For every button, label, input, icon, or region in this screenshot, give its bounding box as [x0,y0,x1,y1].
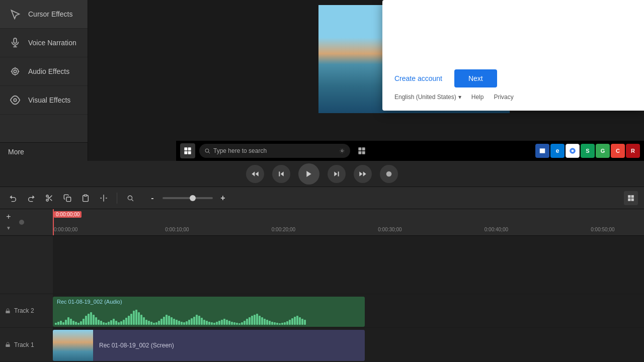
svg-rect-16 [362,151,365,154]
search-icon [127,195,134,202]
track2-name: Track 2 [14,307,34,314]
track-labels: + ▼ Track 2 Tra [0,209,53,362]
zoom-in-button[interactable]: + [216,191,230,205]
zoom-slider[interactable] [163,197,213,199]
sidebar-item-cursor-effects[interactable]: Cursor Effects [0,0,88,29]
create-account-link[interactable]: Create account [394,74,442,82]
sidebar-more-button[interactable]: More [0,142,88,161]
video-clip[interactable]: Rec 01-08-19_002 (Screen) [53,330,365,361]
files-app-icon[interactable] [535,144,549,158]
svg-marker-22 [281,171,284,176]
svg-rect-9 [188,151,191,154]
language-selector[interactable]: English (United States) ▾ [394,94,461,101]
svg-point-10 [205,149,209,152]
grid-view-button[interactable] [624,191,638,205]
editor-toolbar: - + [0,187,644,209]
record-icon [385,170,393,178]
sheets-icon[interactable]: S [581,144,595,158]
add-track-button[interactable]: + [4,212,14,222]
zoom-control[interactable]: - + [145,191,230,205]
sidebar-item-audio-effects[interactable]: Audio Effects [0,57,88,86]
preview-area: Create account Next English (United Stat… [88,0,644,161]
svg-rect-0 [14,38,17,43]
chrome-icon[interactable] [566,144,580,158]
playhead-timecode: 0:00:00;00 [54,211,82,218]
rewind-button[interactable] [246,165,264,183]
toolbar-right [624,191,638,205]
svg-rect-40 [631,195,634,198]
dialog-content [394,10,632,61]
taskbar-apps: e S G C R [535,144,640,158]
svg-rect-42 [631,198,634,201]
split-button[interactable] [97,191,111,205]
dialog-actions: Create account Next [394,69,497,87]
play-button[interactable] [298,163,319,185]
svg-marker-20 [256,171,259,176]
visual-icon [8,93,22,107]
sidebar-item-voice-narration[interactable]: Voice Narration [0,29,88,57]
audio-effects-label: Audio Effects [28,67,69,75]
microphone-icon [8,36,22,50]
search-button[interactable] [123,191,137,205]
app1-icon[interactable]: G [596,144,610,158]
svg-marker-27 [359,171,362,176]
svg-line-11 [208,152,210,153]
redo-button[interactable] [24,191,38,205]
empty-track-area [53,236,644,294]
dialog-footer: English (United States) ▾ Help Privacy [394,94,632,101]
record-button[interactable] [380,165,398,183]
rewind-icon [251,170,259,178]
step-forward-button[interactable] [328,165,346,183]
svg-rect-14 [362,147,365,150]
app3-icon[interactable]: R [626,144,640,158]
privacy-link[interactable]: Privacy [494,94,513,101]
audio-clip-label: Rec 01-08-19_002 (Audio) [57,299,122,305]
svg-marker-23 [306,171,311,177]
cursor-effects-label: Cursor Effects [28,10,72,18]
taskbar-search[interactable]: Type here to search [199,144,350,158]
timeline-ruler[interactable]: 0:00:00;00 0:00:00;00 0:00:10;00 0:00:20… [53,209,644,236]
svg-rect-7 [188,147,191,150]
google-account-dialog: Create account Next English (United Stat… [382,0,644,111]
more-label: More [8,148,24,156]
collapse-button[interactable]: ▼ [4,223,14,233]
edge-icon[interactable]: e [550,144,565,158]
sidebar-item-visual-effects[interactable]: Visual Effects [0,86,88,115]
svg-rect-43 [6,311,10,313]
start-button[interactable] [180,143,195,158]
lock-icon [5,342,11,347]
video-track-area: Rec 01-08-19_002 (Screen) [53,328,644,362]
ruler-timecodes: 0:00:00;00 0:00:00;00 0:00:10;00 0:00:20… [53,209,644,235]
time-50: 0:00:50;00 [591,227,614,232]
language-label: English (United States) [394,94,456,101]
paste-button[interactable] [78,191,93,205]
next-button[interactable]: Next [454,69,497,87]
time-20: 0:00:20;00 [272,227,295,232]
track2-lock-button[interactable] [4,307,11,314]
scissors-icon [45,194,53,202]
svg-point-4 [14,70,17,73]
cut-button[interactable] [42,191,56,205]
time-30: 0:00:30;00 [378,227,401,232]
undo-button[interactable] [6,191,20,205]
step-back-button[interactable] [272,165,290,183]
app2-icon[interactable]: C [611,144,625,158]
step-back-icon [277,170,285,178]
toolbar-separator-1 [117,193,117,204]
track1-lock-button[interactable] [4,341,11,348]
help-link[interactable]: Help [471,94,484,101]
svg-rect-6 [184,147,187,150]
zoom-out-button[interactable]: - [145,191,159,205]
svg-rect-41 [628,198,630,201]
windows-taskbar: Type here to search [176,141,644,161]
svg-rect-13 [358,147,361,150]
svg-rect-39 [628,195,630,198]
audio-clip[interactable]: Rec 01-08-19_002 (Audio) [53,297,365,327]
fast-forward-button[interactable] [354,165,372,183]
svg-marker-25 [334,171,337,176]
playhead-marker [19,220,24,225]
copy-button[interactable] [60,191,74,205]
transport-bar [0,161,644,187]
copy-icon [63,194,71,202]
task-view-button[interactable] [354,143,369,158]
